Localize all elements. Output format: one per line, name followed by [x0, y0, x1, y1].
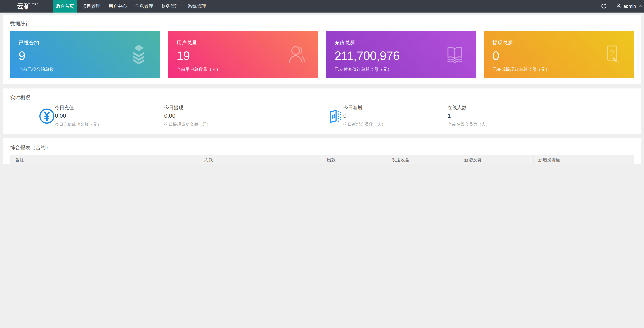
stat-card-users: 用户总量 19 当前用户总数量（人）: [168, 31, 318, 78]
metric-label: 今日充值: [55, 105, 164, 111]
app-logo[interactable]: 云矿TP6: [17, 0, 39, 13]
layers-icon: [129, 44, 148, 65]
doc-edit-icon-holder: ?: [603, 44, 622, 65]
table-header-row: 备注入款出款发送收益新增投资新增投资额: [10, 155, 634, 164]
column-header: 入款: [199, 155, 322, 164]
realtime-row: 今日充值 0.00 今日充值成功金额（元） 今日提现 0.00 今日提现成功金额…: [10, 105, 634, 127]
refresh-button[interactable]: [596, 0, 611, 13]
doc-edit-icon: ?: [603, 44, 622, 65]
refresh-icon: [601, 3, 606, 10]
metric-online-count: 在线人数 1 当前在线会员数（人）: [448, 105, 552, 127]
yen-circle-icon-holder: [39, 108, 55, 124]
top-navbar: 云矿TP6 后台首页项目管理用户中心信息管理财务管理系统管理: [0, 0, 644, 13]
card-desc: 当前已投合约总数: [18, 66, 160, 73]
card-desc: 当前用户总数量（人）: [176, 66, 318, 73]
metric-desc: 今日新增会员数（人）: [343, 122, 448, 127]
metric-label: 在线人数: [448, 105, 552, 111]
realtime-panel: 实时概况 今日充值 0.00 今日充值成功金额（元） 今日提现 0.00 今: [4, 88, 640, 133]
metric-label: 今日新增: [343, 105, 448, 111]
nav-item-users[interactable]: 用户中心: [106, 0, 130, 13]
nav-item-info[interactable]: 信息管理: [132, 0, 156, 13]
svg-text:?: ?: [610, 48, 614, 57]
book-icon: [445, 44, 464, 65]
summary-panel: 综合报表（合约） 备注入款出款发送收益新增投资新增投资额上月0.00元0.00元…: [4, 138, 640, 164]
nav-item-home[interactable]: 后台首页: [53, 0, 77, 13]
nav-item-projects[interactable]: 项目管理: [79, 0, 104, 13]
metric-desc: 今日提现成功金额（元）: [164, 122, 274, 127]
stat-card-withdraw: 提现总额 0 已完成提现订单总金额（元） ?: [484, 31, 634, 78]
stats-panel: 数据统计 已投合约 9 当前已投合约总数 用户总量 19 当前用户总数量（人）: [4, 15, 640, 84]
metric-value: 0.00: [55, 113, 164, 119]
yen-circle-icon: [39, 108, 55, 124]
layers-icon-holder: [129, 44, 148, 65]
metric-today-withdraw: 今日提现 0.00 今日提现成功金额（元）: [164, 105, 274, 127]
stat-card-invested: 已投合约 9 当前已投合约总数: [10, 31, 160, 78]
user-outline-icon: [287, 44, 306, 65]
metric-label: 今日提现: [164, 105, 274, 111]
card-desc: 已支付充值订单总金额（元）: [334, 66, 476, 73]
admin-dashboard: 云矿TP6 后台首页项目管理用户中心信息管理财务管理系统管理: [0, 0, 644, 164]
user-icon: [616, 3, 621, 10]
nav-menu: 后台首页项目管理用户中心信息管理财务管理系统管理: [52, 0, 210, 13]
stat-card-recharge: 充值总额 211,700,976 已支付充值订单总金额（元）: [326, 31, 476, 78]
realtime-title: 实时概况: [10, 94, 634, 101]
metric-value: 1: [448, 113, 552, 119]
column-header: 备注: [10, 155, 199, 164]
column-header: 出款: [322, 155, 387, 164]
summary-table: 备注入款出款发送收益新增投资新增投资额上月0.00元0.00元0.00元0项0.…: [10, 155, 634, 164]
metric-today-new: 今日新增 0 今日新增会员数（人）: [343, 105, 448, 127]
metric-desc: 当前在线会员数（人）: [448, 122, 552, 127]
card-desc: 已完成提现订单总金额（元）: [492, 66, 634, 73]
summary-title: 综合报表（合约）: [10, 144, 634, 150]
metric-desc: 今日充值成功金额（元）: [55, 122, 164, 127]
app-logo-version: TP6: [32, 3, 39, 6]
metric-today-recharge: 今日充值 0.00 今日充值成功金额（元）: [55, 105, 164, 127]
building-icon: [328, 108, 343, 124]
column-header: 发送收益: [387, 155, 459, 164]
user-menu[interactable]: admin: [611, 0, 644, 13]
stats-title: 数据统计: [10, 20, 634, 27]
column-header: 新增投资: [459, 155, 533, 164]
user-outline-icon-holder: [287, 44, 306, 65]
username: admin: [623, 4, 636, 9]
nav-item-finance[interactable]: 财务管理: [158, 0, 183, 13]
app-logo-text: 云矿: [17, 2, 31, 11]
main-content: 数据统计 已投合约 9 当前已投合约总数 用户总量 19 当前用户总数量（人）: [0, 13, 644, 164]
nav-item-system[interactable]: 系统管理: [185, 0, 209, 13]
building-icon-holder: [328, 108, 343, 124]
chevron-up-icon: [639, 5, 642, 9]
metric-value: 0.00: [164, 113, 274, 119]
metric-value: 0: [343, 113, 448, 119]
book-icon-holder: [445, 44, 464, 65]
stat-cards: 已投合约 9 当前已投合约总数 用户总量 19 当前用户总数量（人）: [10, 31, 634, 78]
realtime-group: 今日充值 0.00 今日充值成功金额（元） 今日提现 0.00 今日提现成功金额…: [10, 105, 274, 127]
column-header: 新增投资额: [533, 155, 634, 164]
nav-right: admin: [596, 0, 644, 13]
realtime-group: 今日新增 0 今日新增会员数（人） 在线人数 1 当前在线会员数（人）: [274, 105, 552, 127]
